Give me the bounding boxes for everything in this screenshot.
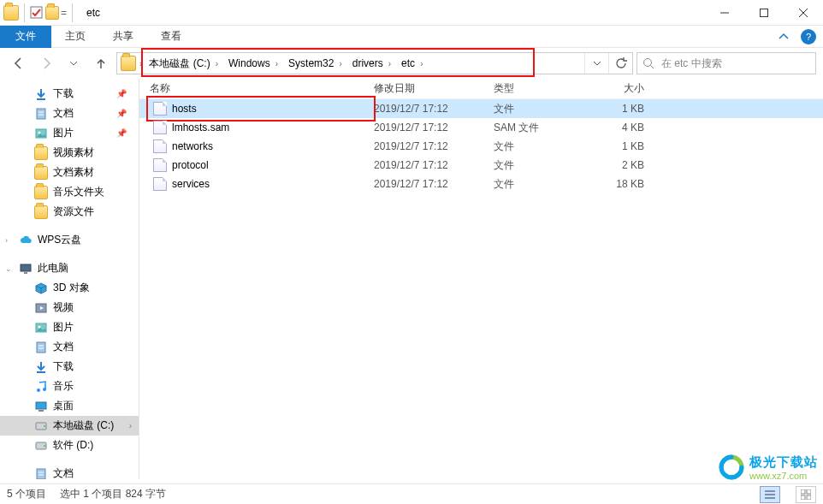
file-row[interactable]: lmhosts.sam2019/12/7 17:12SAM 文件4 KB [139,118,823,137]
file-list-pane: 名称 修改日期 类型 大小 hosts2019/12/7 17:12文件1 KB… [139,79,823,479]
file-size: 1 KB [586,103,654,115]
desktop-icon [34,400,48,413]
chevron-right-icon[interactable]: › [339,59,341,68]
svg-point-29 [44,445,45,447]
svg-point-17 [38,325,41,328]
svg-point-22 [37,388,40,392]
address-bar[interactable]: › 本地磁盘 (C:)›Windows›System32›drivers›etc… [116,52,633,74]
svg-point-27 [44,425,45,427]
pin-icon: 📌 [116,128,127,138]
address-dropdown-icon[interactable] [584,53,608,74]
nav-item[interactable]: 文档 [0,464,139,479]
refresh-button[interactable] [608,53,632,74]
nav-item[interactable]: 3D 对象 [0,278,139,298]
col-date[interactable]: 修改日期 [364,81,483,96]
file-icon [153,121,167,134]
forward-button[interactable] [34,51,58,75]
nav-label: 文档 [53,466,74,479]
folder-icon [34,166,48,180]
tab-share[interactable]: 共享 [99,26,147,47]
breadcrumb-segment[interactable]: 本地磁盘 (C:)› [144,53,223,74]
nav-item[interactable]: 图片📌 [0,123,139,143]
breadcrumb-segment[interactable]: drivers› [347,53,396,74]
file-row[interactable]: networks2019/12/7 17:12文件1 KB [139,137,823,156]
tab-file[interactable]: 文件 [0,26,51,48]
nav-item[interactable]: 下载📌 [0,84,139,104]
recent-dropdown-icon[interactable] [62,51,86,75]
help-icon[interactable]: ? [801,29,816,44]
svg-rect-8 [37,109,45,119]
navigation-row: › 本地磁盘 (C:)›Windows›System32›drivers›etc… [0,48,823,79]
file-name: protocol [172,159,209,171]
minimize-button[interactable] [705,0,744,26]
breadcrumb-segment[interactable]: etc› [396,53,428,74]
nav-item[interactable]: 文档 [0,337,139,357]
close-button[interactable] [784,0,823,26]
col-name[interactable]: 名称 [139,81,364,96]
nav-item[interactable]: 音乐文件夹 [0,182,139,202]
file-type: 文件 [483,177,586,192]
nav-item[interactable]: 文档素材 [0,163,139,182]
overflow-icon[interactable]: = [61,7,67,19]
nav-item[interactable]: ›WPS云盘 [0,230,139,250]
nav-label: 音乐 [53,379,74,394]
search-input[interactable]: 在 etc 中搜索 [636,52,816,74]
tab-view[interactable]: 查看 [147,26,195,47]
folder-icon [34,186,48,199]
ribbon: 文件 主页 共享 查看 ? [0,26,823,48]
file-size: 4 KB [586,122,654,133]
view-large-button[interactable] [796,486,816,503]
chevron-right-icon[interactable]: › [216,59,218,68]
folder-icon [34,146,48,160]
column-headers[interactable]: 名称 修改日期 类型 大小 [139,79,823,99]
chevron-right-icon[interactable]: › [275,59,278,68]
app-folder-icon [3,5,19,21]
file-type: 文件 [483,158,586,173]
back-button[interactable] [7,51,31,75]
file-icon [153,139,167,153]
document-icon [34,107,48,121]
nav-item[interactable]: 资源文件 [0,202,139,222]
nav-item[interactable]: 软件 (D:) [0,436,139,455]
svg-rect-38 [801,495,805,500]
chevron-right-icon[interactable]: › [420,59,423,68]
nav-label: 下载 [53,86,74,101]
nav-item[interactable]: 视频素材 [0,143,139,163]
nav-item[interactable]: 文档📌 [0,104,139,123]
file-icon [153,158,167,172]
nav-label: 图片 [53,320,74,335]
view-details-button[interactable] [760,486,780,503]
breadcrumb-segment[interactable]: System32› [283,53,347,74]
file-date: 2019/12/7 17:12 [364,103,483,115]
svg-rect-37 [807,489,811,494]
nav-item[interactable]: 图片 [0,317,139,337]
tab-home[interactable]: 主页 [51,26,99,47]
file-type: 文件 [483,139,586,154]
col-size[interactable]: 大小 [586,81,654,96]
checkbox-icon[interactable] [30,6,44,20]
nav-item[interactable]: ⌄此电脑 [0,258,139,278]
file-row[interactable]: hosts2019/12/7 17:12文件1 KB [139,99,823,118]
breadcrumb-segment[interactable]: Windows› [223,53,283,74]
file-row[interactable]: services2019/12/7 17:12文件18 KB [139,175,823,193]
maximize-button[interactable] [744,0,784,26]
up-button[interactable] [89,51,113,75]
video-icon [34,301,48,315]
watermark-url: www.xz7.com [749,471,818,481]
nav-item[interactable]: 下载 [0,357,139,377]
expand-arrow-icon[interactable]: › [5,236,8,245]
chevron-right-icon[interactable]: › [139,59,142,68]
expand-arrow-icon[interactable]: ⌄ [5,264,12,273]
breadcrumb-label: drivers [352,57,383,69]
nav-label: WPS云盘 [38,233,81,247]
nav-label: 软件 (D:) [53,438,93,453]
col-type[interactable]: 类型 [483,81,586,96]
qat-folder-icon[interactable] [45,6,59,20]
chevron-right-icon[interactable]: › [388,59,391,68]
nav-item[interactable]: 本地磁盘 (C:)› [0,416,139,436]
nav-item[interactable]: 桌面 [0,396,139,416]
collapse-ribbon-icon[interactable] [773,32,794,42]
nav-item[interactable]: 音乐 [0,377,139,396]
nav-item[interactable]: 视频 [0,298,139,317]
file-row[interactable]: protocol2019/12/7 17:12文件2 KB [139,156,823,175]
